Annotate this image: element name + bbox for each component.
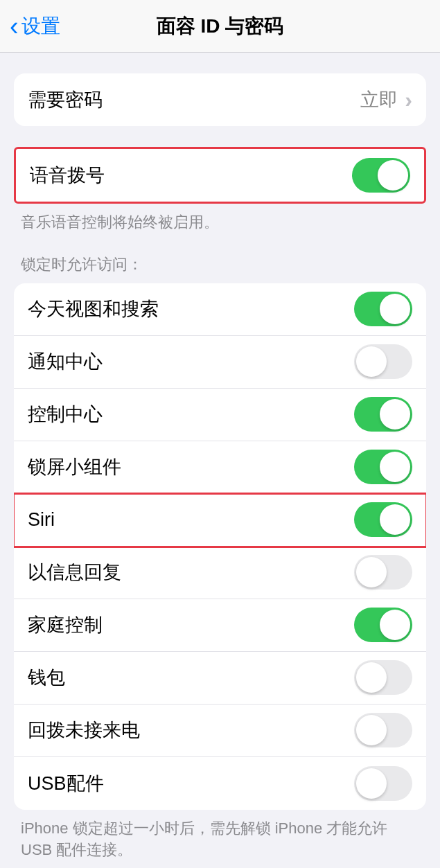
reply-messages-row: 以信息回复 — [14, 547, 426, 599]
toggle-knob — [380, 294, 410, 324]
toggle-knob — [356, 662, 387, 693]
lock-access-header: 锁定时允许访问： — [0, 233, 440, 283]
siri-toggle[interactable] — [354, 502, 412, 537]
toggle-knob — [356, 715, 387, 745]
toggle-knob — [380, 504, 410, 535]
home-control-row: 家庭控制 — [14, 599, 426, 652]
page-title: 面容 ID 与密码 — [157, 13, 284, 39]
voice-dial-toggle[interactable] — [352, 158, 410, 193]
require-passcode-row[interactable]: 需要密码 立即 › — [14, 73, 426, 126]
toggle-knob — [380, 452, 410, 482]
wallet-row: 钱包 — [14, 652, 426, 705]
notification-center-toggle[interactable] — [354, 344, 412, 379]
control-center-toggle[interactable] — [354, 397, 412, 432]
control-center-label: 控制中心 — [28, 402, 103, 427]
voice-dial-group: 语音拨号 — [14, 147, 426, 204]
today-view-label: 今天视图和搜索 — [28, 296, 159, 321]
lock-widgets-row: 锁屏小组件 — [14, 441, 426, 494]
notification-center-row: 通知中心 — [14, 336, 426, 389]
toggle-knob — [356, 346, 387, 377]
voice-dial-row: 语音拨号 — [16, 149, 424, 202]
wallet-label: 钱包 — [28, 665, 65, 690]
usb-accessories-toggle[interactable] — [354, 766, 412, 801]
usb-accessories-row: USB配件 — [14, 757, 426, 810]
require-passcode-value: 立即 — [360, 87, 398, 112]
chevron-left-icon: ‹ — [10, 13, 19, 39]
toggle-knob — [380, 399, 410, 429]
today-view-toggle[interactable] — [354, 292, 412, 326]
return-missed-calls-toggle[interactable] — [354, 713, 412, 747]
return-missed-calls-label: 回拨未接来电 — [28, 718, 140, 743]
lock-widgets-label: 锁屏小组件 — [28, 454, 121, 479]
chevron-right-icon: › — [405, 87, 412, 113]
today-view-row: 今天视图和搜索 — [14, 283, 426, 336]
back-label: 设置 — [21, 13, 60, 39]
back-button[interactable]: ‹ 设置 — [0, 13, 60, 39]
lock-access-group: 今天视图和搜索 通知中心 控制中心 锁屏小组件 Siri 以信息回复 家庭控制 — [14, 283, 426, 810]
reply-messages-toggle[interactable] — [354, 555, 412, 590]
lock-widgets-toggle[interactable] — [354, 450, 412, 484]
siri-row: Siri — [14, 494, 426, 547]
wallet-toggle[interactable] — [354, 660, 412, 695]
return-missed-calls-row: 回拨未接来电 — [14, 705, 426, 757]
voice-dial-label: 语音拨号 — [30, 163, 105, 188]
home-control-label: 家庭控制 — [28, 612, 103, 637]
reply-messages-label: 以信息回复 — [28, 560, 121, 585]
navigation-header: ‹ 设置 面容 ID 与密码 — [0, 0, 440, 53]
home-control-toggle[interactable] — [354, 608, 412, 642]
toggle-knob — [356, 557, 387, 587]
toggle-knob — [356, 768, 387, 799]
notification-center-label: 通知中心 — [28, 349, 103, 374]
lock-access-footer: iPhone 锁定超过一小时后，需先解锁 iPhone 才能允许 USB 配件连… — [0, 810, 440, 861]
require-passcode-group: 需要密码 立即 › — [14, 73, 426, 126]
toggle-knob — [378, 160, 408, 191]
control-center-row: 控制中心 — [14, 389, 426, 441]
usb-accessories-label: USB配件 — [28, 771, 104, 796]
siri-label: Siri — [28, 509, 55, 531]
voice-dial-footer: 音乐语音控制将始终被启用。 — [0, 204, 440, 233]
toggle-knob — [380, 610, 410, 640]
require-passcode-label: 需要密码 — [28, 87, 103, 112]
